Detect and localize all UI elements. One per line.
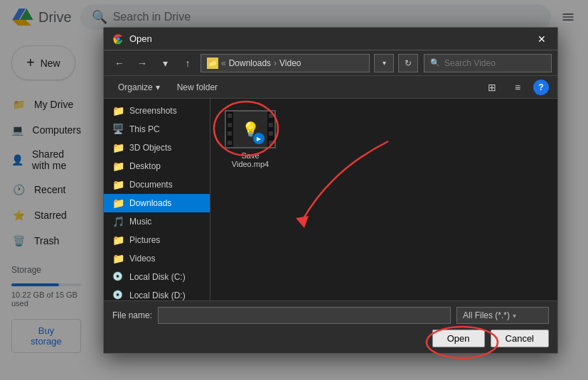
film-hole [269,114,273,118]
pc-icon-this-pc: 🖥️ [112,124,124,135]
dialog-bottom: File name: All Files (*.*) ▾ Open Cancel [104,300,557,353]
dialog-toolbar2: Organize ▾ New folder ⊞ ≡ ? [104,76,557,99]
list-view-button[interactable]: ≡ [508,79,528,96]
refresh-button[interactable]: ↻ [398,54,418,72]
panel-item-documents[interactable]: 📁 Documents [104,175,210,194]
open-button[interactable]: Open [432,330,485,347]
dialog-left-panel: 📁 Screenshots 🖥️ This PC 📁 3D Objects 📁 … [104,99,210,300]
dialog-toolbar: ← → ▾ ↑ 📁 « Downloads › Video ▾ ↻ 🔍 [104,50,557,76]
filetype-dropdown-arrow: ▾ [513,312,516,320]
panel-item-pictures[interactable]: 📁 Pictures [104,231,210,249]
film-hole [228,123,232,127]
film-hole [228,131,232,136]
film-hole [228,141,232,145]
filename-input[interactable] [158,307,451,324]
panel-item-local-c[interactable]: 💿 Local Disk (C:) [104,268,210,286]
panel-item-local-d[interactable]: 💿 Local Disk (D:) [104,286,210,300]
disk-icon-c: 💿 [112,271,124,283]
breadcrumb-arrow: › [274,58,277,68]
panel-item-videos[interactable]: 📁 Videos [104,249,210,268]
file-item-save-video[interactable]: 💡 ▶ Save Video.mp4 [222,110,279,168]
svg-marker-2 [296,216,309,228]
folder-icon-desktop: 📁 [112,161,124,172]
film-hole [269,123,273,127]
up-button[interactable]: ↑ [178,53,198,73]
film-strip-left [226,112,233,147]
search-icon-small: 🔍 [430,58,440,67]
organize-button[interactable]: Organize ▾ [112,80,166,95]
forward-button[interactable]: → [132,53,152,73]
recent-locations-button[interactable]: ▾ [155,53,175,73]
file-thumbnail-video: 💡 ▶ [225,110,276,148]
film-hole [269,131,273,136]
dialog-titlebar: Open ✕ [104,28,557,50]
panel-item-3d-objects[interactable]: 📁 3D Objects [104,139,210,157]
dialog-main-panel: 💡 ▶ Save Video.mp4 [210,99,557,300]
panel-item-screenshots[interactable]: 📁 Screenshots [104,102,210,120]
view-button[interactable]: ⊞ [482,79,502,96]
folder-icon-music: 🎵 [112,216,124,227]
film-hole [269,141,273,145]
file-grid: 💡 ▶ Save Video.mp4 [210,99,557,180]
breadcrumb-downloads: Downloads [229,58,271,68]
panel-item-music[interactable]: 🎵 Music [104,212,210,231]
breadcrumb-sep-1: « [221,58,226,68]
help-button[interactable]: ? [533,80,549,95]
folder-icon-screenshots: 📁 [112,105,124,116]
panel-item-downloads[interactable]: 📁 Downloads [104,194,210,212]
dialog-content: 📁 Screenshots 🖥️ This PC 📁 3D Objects 📁 … [104,99,557,300]
filetype-dropdown[interactable]: All Files (*.*) ▾ [456,307,549,324]
search-video-input[interactable] [444,58,545,68]
breadcrumb-dropdown[interactable]: ▾ [374,54,394,72]
folder-icon-3d: 📁 [112,142,124,153]
panel-item-desktop[interactable]: 📁 Desktop [104,157,210,175]
back-button[interactable]: ← [109,53,129,73]
dialog-close-button[interactable]: ✕ [535,32,549,46]
organize-dropdown-icon: ▾ [156,82,160,92]
disk-icon-d: 💿 [112,290,124,300]
dialog-bottom-row1: File name: All Files (*.*) ▾ [112,307,549,324]
dialog-bottom-row2: Open Cancel [112,330,549,347]
new-folder-button[interactable]: New folder [171,80,223,95]
folder-icon-videos: 📁 [112,253,124,264]
panel-item-this-pc[interactable]: 🖥️ This PC [104,120,210,139]
play-overlay-icon: ▶ [253,133,264,144]
folder-icon-downloads: 📁 [112,197,124,209]
file-name-label: Save Video.mp4 [222,151,279,168]
chrome-icon [112,33,124,45]
breadcrumb-video: Video [279,58,301,68]
film-hole [228,114,232,118]
folder-icon-pictures: 📁 [112,234,124,246]
search-box[interactable]: 🔍 [424,54,552,72]
breadcrumb-bar: 📁 « Downloads › Video [201,54,370,72]
folder-icon-breadcrumb: 📁 [207,58,218,69]
cancel-button[interactable]: Cancel [491,330,549,347]
dialog-title-text: Open [129,33,535,44]
filename-label: File name: [112,310,152,320]
folder-icon-documents: 📁 [112,179,124,190]
film-strip-right [267,112,274,147]
open-file-dialog: Open ✕ ← → ▾ ↑ 📁 « Downloads › Video ▾ ↻… [103,27,558,354]
